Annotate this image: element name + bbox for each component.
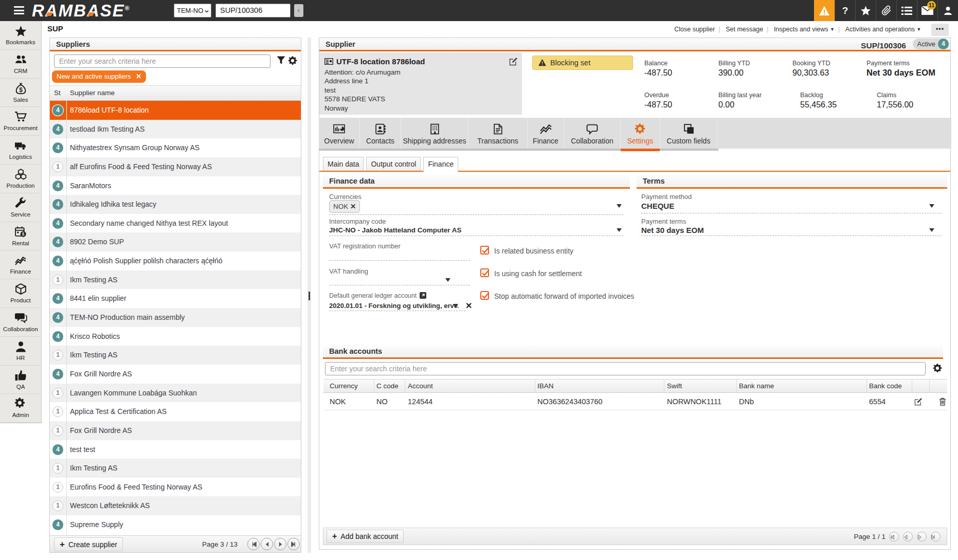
svg-text:$: $ — [22, 231, 24, 237]
svg-text:$: $ — [19, 86, 23, 93]
